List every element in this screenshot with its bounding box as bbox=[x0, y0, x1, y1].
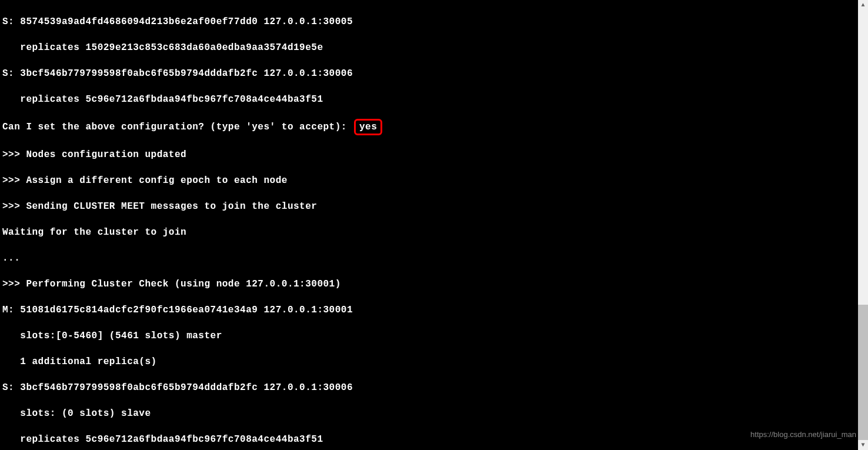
output-line: slots: (0 slots) slave bbox=[2, 407, 856, 420]
output-line: ... bbox=[2, 252, 856, 265]
output-line: replicates 5c96e712a6fbdaa94fbc967fc708a… bbox=[2, 93, 856, 106]
confirm-prompt-line: Can I set the above configuration? (type… bbox=[2, 119, 856, 135]
scroll-up-button[interactable]: ▲ bbox=[858, 0, 868, 10]
scroll-down-button[interactable]: ▼ bbox=[858, 440, 868, 450]
output-line: S: 3bcf546b779799598f0abc6f65b9794dddafb… bbox=[2, 67, 856, 80]
output-line: slots:[0-5460] (5461 slots) master bbox=[2, 329, 856, 342]
terminal-output[interactable]: S: 8574539a9ad4fd4686094d213b6e2af00ef77… bbox=[0, 0, 858, 450]
scroll-thumb[interactable] bbox=[858, 305, 868, 440]
highlighted-answer: yes bbox=[354, 119, 382, 135]
output-line: >>> Nodes configuration updated bbox=[2, 148, 856, 161]
output-line: >>> Assign a different config epoch to e… bbox=[2, 174, 856, 187]
output-line: M: 51081d6175c814adcfc2f90fc1966ea0741e3… bbox=[2, 304, 856, 316]
output-line: >>> Sending CLUSTER MEET messages to joi… bbox=[2, 200, 856, 213]
output-line: replicates 15029e213c853c683da60a0edba9a… bbox=[2, 41, 856, 54]
vertical-scrollbar[interactable]: ▲ ▼ bbox=[858, 0, 868, 450]
output-line: S: 8574539a9ad4fd4686094d213b6e2af00ef77… bbox=[2, 15, 856, 28]
output-line: Waiting for the cluster to join bbox=[2, 226, 856, 239]
output-line: 1 additional replica(s) bbox=[2, 355, 856, 368]
scroll-track[interactable] bbox=[858, 10, 868, 440]
output-line: >>> Performing Cluster Check (using node… bbox=[2, 278, 856, 291]
output-line: replicates 5c96e712a6fbdaa94fbc967fc708a… bbox=[2, 433, 856, 446]
output-line: S: 3bcf546b779799598f0abc6f65b9794dddafb… bbox=[2, 381, 856, 394]
confirm-prompt-text: Can I set the above configuration? (type… bbox=[2, 122, 353, 132]
